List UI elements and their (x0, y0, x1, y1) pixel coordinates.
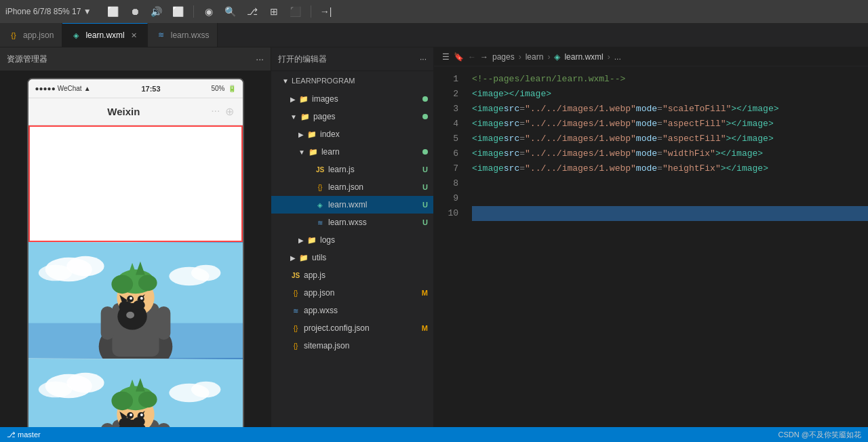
tok-attr-3b: mode (636, 102, 657, 117)
tab-close-learn-wxml[interactable]: ✕ (129, 31, 139, 41)
chevron-down-icon-pages: ▼ (290, 113, 297, 121)
ft-item-images[interactable]: ▶ 📁 images (271, 90, 433, 108)
bc-icon-bookmark[interactable]: 🔖 (454, 52, 464, 62)
ft-item-pages[interactable]: ▼ 📁 pages (271, 108, 433, 125)
ft-badge-pages (422, 113, 428, 121)
folder-icon-utils: 📁 (298, 252, 309, 263)
ft-badge-learn-wxml: U (422, 201, 428, 209)
ft-item-sitemap[interactable]: {} sitemap.json (271, 337, 433, 355)
ft-label-pages: pages (313, 112, 336, 121)
ft-label-learn-wxss: learn.wxss (328, 218, 367, 227)
toolbar-icon-arrow[interactable]: →| (317, 2, 336, 21)
folder-icon-index: 📁 (307, 129, 317, 140)
toolbar-icon-target[interactable]: ◉ (199, 2, 218, 21)
tab-learn-wxml[interactable]: ◈ learn.wxml ✕ (62, 23, 147, 47)
phone-camera-icon[interactable]: ⊕ (225, 105, 234, 118)
ft-label-app-json: app.json (304, 288, 334, 298)
code-editor[interactable]: <!--pages/learn/learn.wxml--> <image></i… (467, 66, 868, 427)
bc-file-icon: ◈ (554, 52, 560, 62)
phone-dots-icon[interactable]: ··· (211, 105, 220, 118)
code-line-9 (472, 191, 868, 206)
toolbar-icon-layout[interactable]: ⬜ (104, 2, 123, 21)
chevron-right-icon-logs: ▶ (298, 237, 304, 244)
ft-item-app-json[interactable]: {} app.json M (271, 284, 433, 302)
tok-tag-2a: <image></image> (472, 87, 551, 102)
toolbar-icon-record[interactable]: ⏺ (125, 2, 144, 21)
editor-panel: ☰ 🔖 ← → pages › learn › ◈ learn.wxml › .… (434, 47, 868, 427)
toolbar-icon-branch[interactable]: ⎇ (243, 2, 262, 21)
ft-badge-project-config: M (422, 324, 428, 332)
section-learnprogram[interactable]: ▼ LEARNPROGRAM (271, 71, 433, 90)
svg-rect-25 (157, 306, 170, 340)
ft-item-learn-js[interactable]: JS learn.js U (271, 161, 433, 178)
code-line-2: <image></image> (472, 87, 868, 102)
ft-item-utils[interactable]: ▶ 📁 utils (271, 249, 433, 266)
ft-item-project-config[interactable]: {} project.config.json M (271, 319, 433, 337)
svg-point-12 (138, 275, 157, 291)
tok-tag-5c: ></image> (726, 132, 774, 146)
bc-ellipsis: ... (614, 52, 621, 62)
ft-badge-learn-js: U (422, 165, 428, 174)
tok-attr-5a: src (504, 132, 519, 146)
code-line-6: <image src="../../images/1.webp" mode="w… (472, 146, 868, 161)
svg-point-32 (191, 382, 220, 398)
svg-point-17 (133, 300, 145, 310)
tok-str-5a: "../../images/1.webp" (525, 132, 636, 146)
js-icon-learn: JS (315, 164, 326, 175)
svg-point-38 (111, 391, 133, 410)
tok-punct-4b: = (657, 117, 663, 132)
toolbar-icon-debug[interactable]: ⬛ (286, 2, 305, 21)
filetree-header: 打开的编辑器 ··· (271, 47, 433, 71)
tok-punct-6a: = (519, 146, 525, 161)
ft-item-index[interactable]: ▶ 📁 index (271, 125, 433, 143)
phone-screen-wrap[interactable]: ●●●●● WeChat ▲ 17:53 50% 🔋 Weixin ··· (0, 71, 271, 427)
tok-punct-4a: = (519, 117, 525, 132)
tok-punct-6b: = (657, 146, 663, 161)
svg-point-30 (38, 382, 71, 398)
tok-tag-3a: <image (472, 102, 504, 117)
ft-item-learn-json[interactable]: {} learn.json U (271, 178, 433, 196)
toolbar-icon-search[interactable]: 🔍 (221, 2, 240, 21)
chevron-right-icon-index: ▶ (298, 131, 304, 138)
ft-item-app-wxss[interactable]: ≋ app.wxss (271, 302, 433, 319)
ft-item-learn[interactable]: ▼ 📁 learn (271, 143, 433, 161)
ft-item-app-js[interactable]: JS app.js (271, 266, 433, 284)
svg-point-50 (140, 414, 142, 416)
tok-str-7b: "heightFix" (663, 161, 721, 176)
tok-attr-6a: src (504, 146, 519, 161)
tab-label-app-json: app.json (23, 31, 54, 40)
phone-toolbar: 资源管理器 ··· (0, 47, 271, 71)
code-line-5: <image src="../../images/1.webp" mode="a… (472, 132, 868, 146)
filetree-more-icon[interactable]: ··· (420, 54, 427, 64)
tab-learn-wxss[interactable]: ≋ learn.wxss (148, 23, 218, 47)
phone-content (28, 125, 243, 427)
status-branch: ⎇ master (7, 430, 41, 439)
toolbar-dots-icon: ··· (256, 54, 264, 64)
json-icon-learn: {} (315, 182, 326, 193)
ft-badge-app-json: M (422, 289, 428, 297)
ft-item-logs[interactable]: ▶ 📁 logs (271, 231, 433, 249)
toolbar-icon-grid[interactable]: ⊞ (264, 2, 283, 21)
ft-label-index: index (320, 129, 340, 139)
toolbar-icon-audio[interactable]: 🔊 (147, 2, 166, 21)
editor-content[interactable]: 1 2 3 4 5 6 7 8 9 10 <!--pages/learn/lea… (434, 66, 868, 427)
tok-tag-6c: ></image> (715, 146, 763, 161)
ft-item-learn-wxss[interactable]: ≋ learn.wxss U (271, 214, 433, 231)
tok-attr-5b: mode (636, 132, 657, 146)
svg-point-23 (140, 297, 142, 300)
ft-label-app-js: app.js (304, 270, 326, 280)
bc-icon-back[interactable]: ← (468, 52, 476, 62)
tok-str-4b: "aspectFill" (663, 117, 726, 132)
device-label: iPhone 6/7/8 85% 17 ▼ (5, 7, 92, 16)
bc-icon-list[interactable]: ☰ (442, 52, 450, 62)
ft-item-learn-wxml[interactable]: ◈ learn.wxml U (271, 196, 433, 214)
svg-point-29 (66, 373, 104, 393)
status-watermark: CSDN @不及你笑靥如花 (778, 430, 861, 440)
bc-sep-2: › (547, 52, 550, 62)
svg-point-39 (138, 391, 157, 407)
bc-icon-forward[interactable]: → (480, 52, 488, 62)
tab-app-json[interactable]: {} app.json (0, 23, 62, 47)
ft-label-learn-js: learn.js (328, 165, 355, 174)
tabs-bar: {} app.json ◈ learn.wxml ✕ ≋ learn.wxss (0, 24, 868, 47)
toolbar-icon-screen[interactable]: ⬜ (169, 2, 188, 21)
